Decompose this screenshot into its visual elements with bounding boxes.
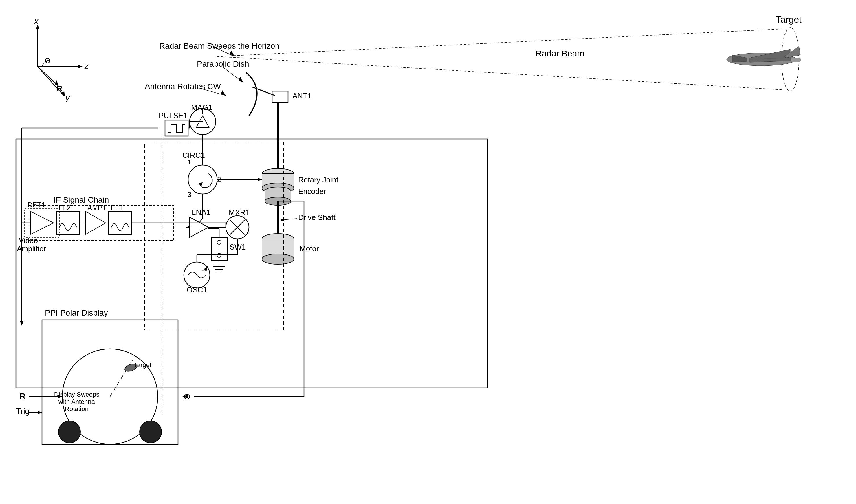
diagram-container: x z y Θ R Radar Beam Sweeps the Horizon … [0, 0, 856, 504]
display-sweeps-label2: with Antenna [58, 398, 95, 405]
pulse1-label: PULSE1 [159, 111, 188, 120]
display-sweeps-label3: Rotation [65, 405, 89, 413]
target-label: Target [776, 14, 802, 24]
encoder-label: Encoder [298, 187, 326, 196]
mag1-label: MAG1 [191, 103, 213, 112]
rotary-joint-label: Rotary Joint [298, 176, 338, 184]
ppi-display-label: PPI Polar Display [45, 308, 108, 317]
mxr1-label: MXR1 [229, 208, 250, 217]
radar-beam-label: Radar Beam [536, 49, 584, 58]
y-axis-label: y [65, 93, 70, 103]
trig-label: Trig [16, 407, 30, 416]
svg-point-39 [262, 254, 294, 264]
radar-beam-sweeps-label: Radar Beam Sweeps the Horizon [159, 41, 280, 50]
svg-point-99 [140, 421, 162, 443]
parabolic-dish-label: Parabolic Dish [197, 59, 249, 68]
svg-point-98 [58, 421, 81, 443]
display-target-label: Target [134, 361, 151, 368]
r-display-label: R [20, 392, 25, 401]
det1-label: DET1 [28, 201, 45, 209]
theta-axis-label: Θ [45, 57, 50, 65]
fl2-label: FL2 [59, 204, 71, 212]
amp1-label: AMP1 [87, 204, 106, 212]
x-axis-label: x [34, 17, 38, 25]
video-amplifier-label2: Amplifier [17, 244, 46, 253]
svg-rect-0 [0, 0, 856, 504]
r-axis-label: R [56, 84, 62, 93]
z-axis-label: z [84, 62, 89, 71]
if-signal-chain-label: IF Signal Chain [54, 195, 109, 204]
circ-port3-label: 3 [188, 191, 191, 198]
motor-label: Motor [300, 244, 319, 253]
osc1-label: OSC1 [187, 285, 207, 294]
svg-point-18 [791, 58, 801, 62]
circ1-label: CIRC1 [182, 151, 205, 160]
fl1-label: FL1 [111, 204, 123, 212]
antenna-rotates-label: Antenna Rotates CW [145, 82, 221, 91]
ant1-label: ANT1 [292, 91, 311, 100]
lna1-label: LNA1 [192, 208, 211, 217]
